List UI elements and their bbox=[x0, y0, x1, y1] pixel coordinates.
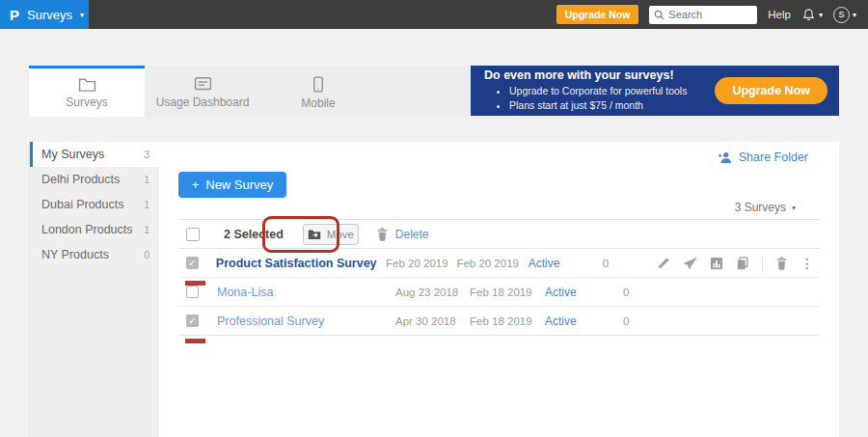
top-bar: P Surveys ▾ Upgrade Now Help ▾ S ▾ bbox=[0, 0, 868, 29]
reports-icon[interactable] bbox=[710, 257, 723, 270]
move-button[interactable]: Move bbox=[303, 224, 359, 245]
selected-count-label: 2 Selected bbox=[224, 228, 284, 241]
tab-label: Surveys bbox=[66, 96, 107, 109]
share-folder-button[interactable]: Share Folder bbox=[718, 150, 808, 164]
banner-bullet: Upgrade to Corporate for powerful tools bbox=[509, 84, 687, 98]
delete-label: Delete bbox=[395, 228, 429, 241]
trash-icon bbox=[376, 228, 389, 241]
banner-bullet: Plans start at just $75 / month bbox=[509, 98, 687, 113]
row-actions: ⋮ bbox=[657, 255, 820, 272]
search-box[interactable] bbox=[649, 6, 757, 24]
chevron-down-icon: ▾ bbox=[80, 11, 84, 19]
copy-icon[interactable] bbox=[736, 257, 749, 270]
created-date: Feb 20 2019 bbox=[386, 258, 456, 269]
section-tabs: Surveys Usage Dashboard Mobile bbox=[29, 66, 469, 117]
chevron-down-icon: ▾ bbox=[853, 11, 856, 19]
chevron-down-icon: ▾ bbox=[792, 204, 796, 212]
search-icon bbox=[654, 10, 665, 20]
row-checkbox[interactable]: ✓ bbox=[186, 257, 199, 269]
folder-count: 1 bbox=[144, 174, 149, 185]
more-options-icon[interactable]: ⋮ bbox=[800, 257, 814, 270]
row-trash-icon[interactable] bbox=[775, 257, 788, 270]
folder-label: Dubai Products bbox=[41, 198, 144, 211]
status-label: Active bbox=[529, 257, 603, 270]
send-icon[interactable] bbox=[683, 257, 697, 270]
responses-count: 0 bbox=[623, 315, 680, 327]
notifications-menu[interactable]: ▾ bbox=[801, 8, 823, 22]
folder-count: 3 bbox=[144, 149, 149, 160]
brand-logo-icon: P bbox=[10, 8, 19, 22]
survey-title-link[interactable]: Product Satisfaction Survey bbox=[208, 257, 386, 270]
sidebar-item-delhi-products[interactable]: Delhi Products 1 bbox=[30, 167, 159, 192]
share-folder-label: Share Folder bbox=[739, 150, 808, 164]
sidebar-item-london-products[interactable]: London Products 1 bbox=[30, 217, 159, 242]
plus-icon: + bbox=[192, 178, 200, 192]
tab-usage-dashboard[interactable]: Usage Dashboard bbox=[145, 66, 260, 117]
new-survey-button[interactable]: + New Survey bbox=[178, 172, 286, 198]
surveys-count-label: 3 Surveys bbox=[735, 201, 786, 214]
bell-icon bbox=[801, 8, 816, 22]
main-panel: Share Folder + New Survey 3 Surveys ▾ 2 … bbox=[159, 142, 839, 437]
folders-sidebar: My Surveys 3 Delhi Products 1 Dubai Prod… bbox=[29, 142, 159, 437]
table-row: Mona-Lisa Aug 23 2018 Feb 18 2019 Active… bbox=[178, 278, 820, 307]
help-link[interactable]: Help bbox=[768, 9, 791, 20]
folder-label: My Surveys bbox=[41, 148, 144, 161]
surveys-table: 2 Selected Move Delete ✓ Product Satisfa… bbox=[178, 219, 820, 336]
survey-title-link[interactable]: Professional Survey bbox=[209, 314, 395, 328]
product-switcher[interactable]: P Surveys ▾ bbox=[0, 0, 89, 29]
folder-label: NY Products bbox=[41, 248, 144, 261]
promo-banner: Do even more with your surveys! Upgrade … bbox=[471, 66, 839, 116]
tab-mobile[interactable]: Mobile bbox=[260, 66, 376, 117]
banner-upgrade-button[interactable]: Upgrade Now bbox=[715, 77, 827, 104]
surveys-count-dropdown[interactable]: 3 Surveys ▾ bbox=[735, 201, 796, 214]
banner-title: Do even more with your surveys! bbox=[484, 68, 687, 82]
folder-icon bbox=[78, 76, 96, 92]
new-survey-label: New Survey bbox=[205, 178, 273, 192]
folder-count: 0 bbox=[144, 249, 149, 260]
account-menu[interactable]: S ▾ bbox=[833, 7, 856, 23]
table-row: ✓ Professional Survey Apr 30 2018 Feb 18… bbox=[178, 307, 820, 336]
bulk-action-row: 2 Selected Move Delete bbox=[178, 219, 820, 249]
move-folder-icon bbox=[308, 229, 321, 239]
modified-date: Feb 18 2019 bbox=[470, 315, 545, 327]
delete-button[interactable]: Delete bbox=[376, 228, 429, 241]
move-label: Move bbox=[327, 229, 354, 240]
product-menu-label: Surveys bbox=[27, 8, 72, 22]
actions-divider bbox=[762, 255, 763, 272]
search-input[interactable] bbox=[668, 9, 749, 20]
status-label: Active bbox=[545, 314, 623, 328]
dashboard-icon bbox=[194, 76, 212, 92]
status-label: Active bbox=[545, 286, 623, 299]
chevron-down-icon: ▾ bbox=[819, 11, 823, 19]
created-date: Aug 23 2018 bbox=[395, 287, 470, 298]
tab-surveys[interactable]: Surveys bbox=[29, 66, 145, 117]
survey-title-link[interactable]: Mona-Lisa bbox=[209, 286, 395, 299]
share-folder-icon bbox=[718, 150, 733, 164]
folder-label: Delhi Products bbox=[41, 173, 144, 186]
banner-bullet-list: Upgrade to Corporate for powerful tools … bbox=[484, 84, 687, 113]
select-all-checkbox[interactable] bbox=[186, 228, 200, 241]
responses-count: 0 bbox=[603, 258, 657, 269]
topbar-upgrade-button[interactable]: Upgrade Now bbox=[556, 5, 639, 24]
sidebar-item-dubai-products[interactable]: Dubai Products 1 bbox=[30, 192, 159, 217]
row-checkbox[interactable]: ✓ bbox=[186, 314, 199, 327]
folder-count: 1 bbox=[144, 224, 149, 235]
mobile-icon bbox=[312, 76, 324, 93]
avatar: S bbox=[833, 7, 850, 23]
row-checkbox[interactable] bbox=[186, 286, 199, 298]
responses-count: 0 bbox=[623, 287, 680, 298]
checkbox-annotation-underline bbox=[185, 339, 205, 343]
folder-count: 1 bbox=[144, 199, 149, 210]
tab-label: Usage Dashboard bbox=[156, 96, 250, 109]
modified-date: Feb 20 2019 bbox=[456, 258, 528, 269]
created-date: Apr 30 2018 bbox=[395, 315, 470, 327]
edit-icon[interactable] bbox=[657, 257, 670, 270]
tab-label: Mobile bbox=[301, 96, 335, 110]
folder-label: London Products bbox=[41, 223, 144, 236]
sidebar-item-ny-products[interactable]: NY Products 0 bbox=[30, 242, 159, 267]
sidebar-item-my-surveys[interactable]: My Surveys 3 bbox=[30, 142, 159, 167]
modified-date: Feb 18 2019 bbox=[470, 287, 545, 298]
table-row: ✓ Product Satisfaction Survey Feb 20 201… bbox=[178, 249, 820, 278]
